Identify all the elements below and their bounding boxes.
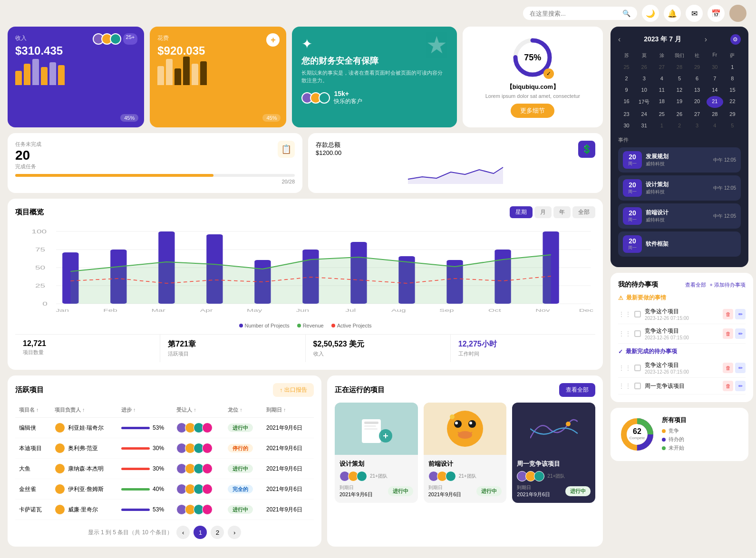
calendar-day[interactable]: 27: [653, 62, 670, 72]
todo-delete-1[interactable]: 🗑: [723, 309, 733, 319]
calendar-day[interactable]: 4: [707, 120, 723, 131]
calendar-day[interactable]: 26: [671, 109, 688, 119]
donut-item-1: 竞争: [662, 427, 741, 434]
calendar-next[interactable]: ›: [705, 35, 707, 44]
calendar-day[interactable]: 28: [671, 62, 688, 72]
calendar-day[interactable]: 3: [689, 120, 706, 131]
running-title: 正在运行的项目: [335, 385, 385, 394]
todo-checkbox-2[interactable]: [634, 330, 641, 337]
filter-week[interactable]: 星期: [510, 206, 533, 218]
chart-svg: 100 75 50 25 0: [15, 224, 595, 319]
calendar-day[interactable]: 10: [636, 85, 652, 95]
calendar-day[interactable]: 7: [707, 73, 723, 84]
todo-urgent-label[interactable]: ⚠ 最新要做的事情: [618, 294, 746, 302]
todo-add-item[interactable]: + 添加待办事项: [710, 281, 746, 289]
calendar-day[interactable]: 1: [653, 120, 670, 131]
todo-edit-1[interactable]: ✏: [735, 309, 746, 319]
prev-page-button[interactable]: ‹: [176, 526, 190, 539]
dark-mode-button[interactable]: 🌙: [642, 5, 659, 22]
avatar[interactable]: [729, 5, 746, 22]
stat-revenue-num: $2,50,523 美元: [313, 339, 443, 349]
todo-edit-3[interactable]: ✏: [735, 363, 746, 373]
todo-edit-2[interactable]: ✏: [735, 328, 746, 339]
calendar-day[interactable]: 25: [618, 62, 635, 72]
event-item-1[interactable]: 20 周一 设计策划 威特科技 中午 12:05: [618, 175, 741, 201]
todo-done-label[interactable]: ✓ 最新完成的待办事项: [618, 347, 746, 356]
table-title: 活跃项目: [15, 385, 44, 394]
todo-checkbox-4[interactable]: [634, 383, 641, 389]
calendar-day[interactable]: 8: [724, 73, 741, 84]
calendar-day[interactable]: 16: [618, 96, 635, 108]
drag-handle-1[interactable]: ⋮⋮: [618, 310, 631, 318]
filter-year[interactable]: 年: [553, 206, 571, 218]
calendar-day[interactable]: 3: [636, 73, 652, 84]
status-badge: 进行中: [228, 464, 253, 473]
calendar-day[interactable]: 6: [689, 73, 706, 84]
avatar-count: 25+: [123, 33, 138, 45]
todo-delete-3[interactable]: 🗑: [723, 363, 733, 373]
event-item-0[interactable]: 20 周一 发展规划 威特科技 中午 12:05: [618, 147, 741, 173]
calendar-day[interactable]: 2: [671, 120, 688, 131]
calendar-day[interactable]: 15: [724, 85, 741, 95]
next-page-button[interactable]: ›: [228, 526, 241, 539]
export-button[interactable]: ↑ 出口报告: [273, 383, 314, 397]
calendar-day[interactable]: 29: [724, 109, 741, 119]
drag-handle-2[interactable]: ⋮⋮: [618, 330, 631, 337]
calendar-day-name: Fr: [707, 50, 723, 61]
settings-icon[interactable]: ⚙: [730, 34, 741, 45]
todo-edit-4[interactable]: ✏: [735, 381, 746, 391]
todo-view-all[interactable]: 查看全部: [685, 281, 706, 289]
calendar-day[interactable]: 1: [724, 62, 741, 72]
event-date-day: 周一: [627, 217, 638, 223]
promo-stat: 15k+ 快乐的客户: [334, 90, 362, 106]
calendar-day[interactable]: 21: [707, 96, 723, 108]
calendar-day[interactable]: 22: [724, 96, 741, 108]
calendar-day[interactable]: 18: [653, 96, 670, 108]
filter-all[interactable]: 全部: [572, 206, 595, 218]
calendar-day[interactable]: 29: [689, 62, 706, 72]
calendar-day[interactable]: 24: [636, 109, 652, 119]
mail-button[interactable]: ✉: [686, 5, 703, 22]
calendar-day[interactable]: 19: [671, 96, 688, 108]
calendar-day[interactable]: 27: [689, 109, 706, 119]
todo-checkbox-3[interactable]: [634, 365, 641, 371]
calendar-day[interactable]: 9: [618, 85, 635, 95]
calendar-day[interactable]: 30: [618, 120, 635, 131]
calendar-day[interactable]: 26: [636, 62, 652, 72]
calendar-prev[interactable]: ‹: [618, 35, 620, 44]
calendar-day[interactable]: 2: [618, 73, 635, 84]
todo-delete-4[interactable]: 🗑: [723, 381, 733, 391]
page-2-button[interactable]: 2: [211, 526, 224, 539]
calendar-day[interactable]: 11: [653, 85, 670, 95]
calendar-day[interactable]: 12: [671, 85, 688, 95]
calendar-day[interactable]: 23: [618, 109, 635, 119]
calendar-day[interactable]: 14: [707, 85, 723, 95]
search-input[interactable]: [530, 10, 619, 17]
calendar-day[interactable]: 5: [724, 120, 741, 131]
calendar-button[interactable]: 📅: [708, 5, 725, 22]
more-details-button[interactable]: 更多细节: [511, 104, 554, 118]
calendar-day[interactable]: 31: [636, 120, 652, 131]
drag-handle-4[interactable]: ⋮⋮: [618, 382, 631, 390]
calendar-day[interactable]: 28: [707, 109, 723, 119]
filter-month[interactable]: 月: [534, 206, 552, 218]
page-1-button[interactable]: 1: [194, 526, 207, 539]
todo-checkbox-1[interactable]: [634, 311, 641, 317]
calendar-day[interactable]: 17号: [636, 96, 652, 108]
search-box[interactable]: 🔍: [523, 7, 637, 20]
drag-handle-3[interactable]: ⋮⋮: [618, 364, 631, 372]
svg-text:Sep: Sep: [439, 308, 454, 313]
calendar-day[interactable]: 5: [671, 73, 688, 84]
event-item-3[interactable]: 20 周一 软件框架: [618, 231, 741, 257]
col-assignees: 受让人 ↑: [173, 403, 224, 418]
notification-button[interactable]: 🔔: [664, 5, 681, 22]
calendar-day[interactable]: 25: [653, 109, 670, 119]
calendar-day[interactable]: 13: [689, 85, 706, 95]
todo-delete-2[interactable]: 🗑: [723, 328, 733, 339]
calendar-day[interactable]: 30: [707, 62, 723, 72]
calendar-day[interactable]: 20: [689, 96, 706, 108]
view-all-button[interactable]: 查看全部: [559, 383, 595, 397]
calendar-day[interactable]: 4: [653, 73, 670, 84]
event-item-2[interactable]: 20 周一 前端设计 威特科技 中午 12:05: [618, 203, 741, 229]
col-due: 到期日 ↑: [262, 403, 314, 418]
